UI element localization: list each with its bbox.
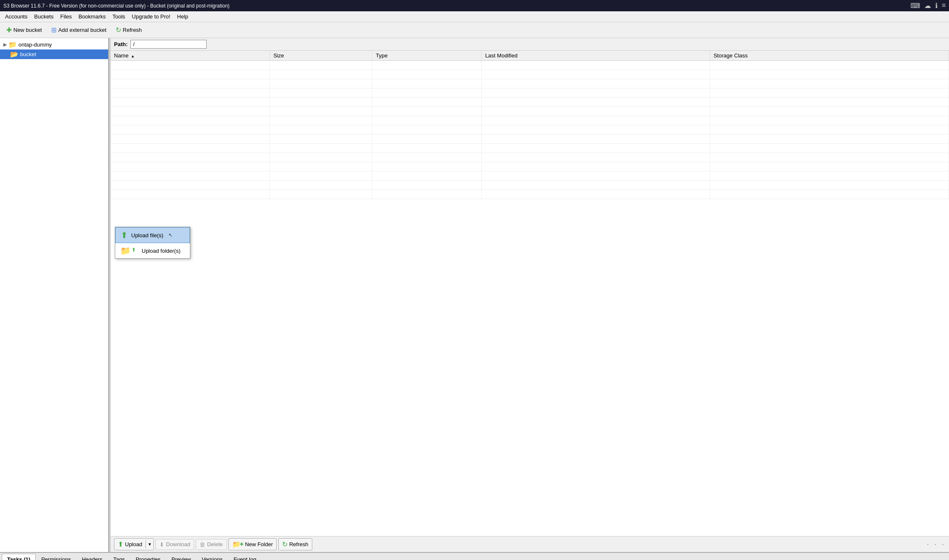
upload-files-icon: ⬆ [121, 230, 128, 240]
file-table: Name ▲ Size Type Last Modified Storage C… [111, 51, 949, 199]
menu-help[interactable]: Help [174, 12, 192, 21]
keyboard-icon[interactable]: ⌨ [910, 2, 920, 10]
list-icon[interactable]: ≡ [942, 2, 946, 10]
tree-item-ontap-dummy[interactable]: ▶ 📁 ontap-dummy [0, 40, 108, 49]
upload-dropdown-arrow[interactable]: ▼ [145, 540, 153, 548]
table-row [111, 70, 949, 79]
refresh-label-top: Refresh [123, 27, 142, 33]
refresh-label-bottom: Refresh [289, 541, 309, 547]
file-table-body [111, 61, 949, 199]
table-row [111, 116, 949, 125]
tree-label-bucket: bucket [20, 51, 36, 57]
menu-tools[interactable]: Tools [109, 12, 128, 21]
folder-icon-root: 📁 [8, 41, 17, 49]
left-panel: ▶ 📁 ontap-dummy 📂 bucket [0, 38, 109, 552]
download-label: Download [166, 541, 190, 547]
add-external-icon: ⊞ [51, 26, 57, 34]
refresh-icon-bottom: ↻ [282, 540, 288, 548]
upload-label: Upload [125, 541, 142, 547]
new-folder-plus: ✚ [240, 542, 244, 547]
new-bucket-icon: ✚ [6, 26, 12, 34]
menu-bookmarks[interactable]: Bookmarks [75, 12, 109, 21]
path-input[interactable] [130, 40, 207, 49]
add-external-label: Add external bucket [58, 27, 106, 33]
delete-label: Delete [207, 541, 223, 547]
table-row [111, 61, 949, 70]
col-size[interactable]: Size [270, 51, 372, 61]
expand-icon: ▶ [3, 42, 7, 47]
table-row [111, 107, 949, 116]
window-title: S3 Browser 11.6.7 - Free Version (for no… [3, 3, 230, 9]
main-layout: ▶ 📁 ontap-dummy 📂 bucket Path: Name ▲ [0, 38, 949, 552]
download-button: ⬇ Download [156, 539, 194, 550]
tab-properties[interactable]: Properties [130, 554, 166, 560]
path-bar: Path: [111, 38, 949, 51]
cloud-icon[interactable]: ☁ [924, 2, 931, 10]
table-row [111, 171, 949, 181]
cursor-indicator: ↖ [169, 232, 173, 238]
col-last-modified[interactable]: Last Modified [482, 51, 710, 61]
upload-main-button[interactable]: ⬆ Upload [114, 539, 145, 550]
upload-folder-option[interactable]: 📁 ⬆ Upload folder(s) [115, 243, 190, 258]
download-icon: ⬇ [159, 541, 164, 548]
tab-headers[interactable]: Headers [76, 554, 108, 560]
tab-versions[interactable]: Versions [196, 554, 228, 560]
upload-split-button[interactable]: ⬆ Upload ▼ [114, 538, 154, 550]
upload-icon: ⬆ [118, 540, 123, 548]
col-storage-class[interactable]: Storage Class [710, 51, 949, 61]
tab-tasks[interactable]: Tasks (1) [2, 554, 36, 560]
titlebar: S3 Browser 11.6.7 - Free Version (for no… [0, 0, 949, 11]
col-name[interactable]: Name ▲ [111, 51, 270, 61]
upload-files-option[interactable]: ⬆ Upload file(s) ↖ [115, 227, 190, 243]
tab-permissions[interactable]: Permissions [36, 554, 76, 560]
menubar: Accounts Buckets Files Bookmarks Tools U… [0, 11, 949, 22]
new-bucket-button[interactable]: ✚ New bucket [3, 24, 46, 36]
table-row [111, 162, 949, 171]
tree-item-bucket[interactable]: 📂 bucket [0, 49, 108, 59]
delete-button: 🗑 Delete [196, 539, 227, 550]
upload-arrow-overlay: ⬆ [132, 247, 136, 253]
file-panel-toolbar: ⬆ Upload ▼ ⬇ Download 🗑 Delete 📁 ✚ New F… [111, 536, 949, 552]
upload-files-label: Upload file(s) [131, 232, 163, 239]
add-external-bucket-button[interactable]: ⊞ Add external bucket [47, 24, 110, 36]
folder-icon-bucket: 📂 [10, 50, 18, 58]
table-row [111, 98, 949, 107]
col-type[interactable]: Type [372, 51, 482, 61]
table-row [111, 125, 949, 135]
tab-tags[interactable]: Tags [108, 554, 130, 560]
grip-dots: · · · [927, 540, 946, 549]
refresh-icon-top: ↻ [116, 26, 121, 34]
new-folder-icon: 📁 [232, 540, 241, 548]
bottom-section: Tasks (1) Permissions Headers Tags Prope… [0, 552, 949, 560]
right-panel: Path: Name ▲ Size Type Last Modified Sto… [111, 38, 949, 552]
upload-dropdown: ⬆ Upload file(s) ↖ 📁 ⬆ Upload folder(s) [115, 227, 190, 259]
table-row [111, 135, 949, 144]
table-row [111, 88, 949, 98]
upload-folder-icon: 📁 [120, 246, 131, 256]
menu-files[interactable]: Files [57, 12, 75, 21]
tab-bar: Tasks (1) Permissions Headers Tags Prope… [0, 553, 949, 560]
new-bucket-label: New bucket [13, 27, 42, 33]
info-icon[interactable]: ℹ [935, 2, 938, 10]
sort-arrow-name: ▲ [131, 54, 135, 58]
new-folder-label: New Folder [245, 541, 273, 547]
path-label: Path: [114, 41, 128, 47]
upload-folder-label: Upload folder(s) [142, 248, 181, 254]
menu-upgrade[interactable]: Upgrade to Pro! [129, 12, 174, 21]
new-folder-button[interactable]: 📁 ✚ New Folder [228, 538, 277, 550]
tree-label-ontap-dummy: ontap-dummy [18, 41, 52, 48]
refresh-button-bottom[interactable]: ↻ Refresh [278, 538, 312, 550]
tab-preview[interactable]: Preview [166, 554, 196, 560]
menu-accounts[interactable]: Accounts [2, 12, 31, 21]
refresh-button-top[interactable]: ↻ Refresh [112, 24, 146, 36]
table-row [111, 190, 949, 199]
table-row [111, 144, 949, 153]
file-table-container: Name ▲ Size Type Last Modified Storage C… [111, 51, 949, 536]
menu-buckets[interactable]: Buckets [31, 12, 57, 21]
titlebar-icons: ⌨ ☁ ℹ ≡ [910, 2, 946, 10]
delete-icon: 🗑 [200, 541, 205, 548]
table-row [111, 79, 949, 88]
tab-event-log[interactable]: Event log [228, 554, 262, 560]
table-row [111, 181, 949, 190]
toolbar: ✚ New bucket ⊞ Add external bucket ↻ Ref… [0, 22, 949, 38]
